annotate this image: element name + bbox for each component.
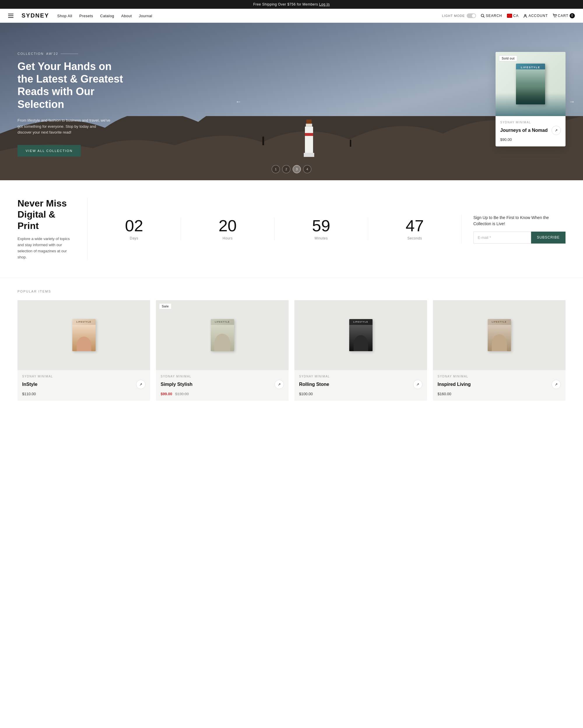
- popular-section: POPULAR ITEMS LIFESTYLE SYDNAY MINIMAL I…: [0, 278, 583, 418]
- magazine-cover-title: LIFESTYLE: [516, 66, 545, 69]
- hero-arrow-right[interactable]: →: [567, 96, 577, 107]
- timer-minutes: 59 Minutes: [275, 217, 368, 240]
- product-price-3: $100.00: [299, 392, 313, 396]
- product-img-4: LIFESTYLE: [433, 300, 565, 370]
- product-card-1: LIFESTYLE SYDNAY MINIMAL InStyle ↗ $110.…: [18, 300, 150, 401]
- hero-section: COLLECTION AW'22 Get Your Hands on the L…: [0, 23, 583, 180]
- product-price-original-2: $130.00: [175, 392, 189, 396]
- hero-arrow-left[interactable]: ←: [233, 96, 244, 107]
- product-card-body-3: SYDNAY MINIMAL Rolling Stone ↗ $100.00: [295, 370, 427, 401]
- product-img-2: Sale LIFESTYLE: [156, 300, 288, 370]
- dot-4[interactable]: 4: [303, 165, 311, 173]
- search-button[interactable]: SEARCH: [481, 14, 502, 18]
- hero-content: COLLECTION AW'22 Get Your Hands on the L…: [18, 52, 128, 157]
- subscribe-button[interactable]: SUBSCRIBE: [531, 232, 565, 243]
- product-brand-3: SYDNAY MINIMAL: [299, 375, 422, 378]
- countdown-heading: Never Miss Digital & Print: [18, 198, 76, 231]
- product-brand: SYDNAY MINIMAL: [500, 121, 561, 124]
- product-img-3: LIFESTYLE: [295, 300, 427, 370]
- hero-description: From lifestyle and fashion to business a…: [18, 118, 111, 136]
- product-name-row-3: Rolling Stone ↗: [299, 380, 422, 389]
- product-brand-1: SYDNAY MINIMAL: [22, 375, 145, 378]
- flag-icon: [507, 14, 512, 18]
- timer-hours-value: 20: [187, 217, 269, 234]
- svg-point-9: [556, 17, 556, 18]
- product-price-1: $110.00: [22, 392, 36, 396]
- svg-line-1: [483, 16, 484, 18]
- dot-3[interactable]: 3: [293, 165, 301, 173]
- nav-presets[interactable]: Presets: [79, 14, 93, 18]
- email-form: SUBSCRIBE: [473, 232, 565, 243]
- product-brand-2: SYDNAY MINIMAL: [161, 375, 284, 378]
- countdown-timer: 02 Days 20 Hours 59 Minutes 47 Seconds: [87, 217, 462, 240]
- account-button[interactable]: ACCOUNT: [523, 14, 548, 18]
- product-name: Journeys of a Nomad: [500, 128, 548, 133]
- product-name-4: Inspired Living: [438, 382, 471, 387]
- timer-hours: 20 Hours: [181, 217, 275, 240]
- hero-title: Get Your Hands on the Latest & Greatest …: [18, 60, 128, 110]
- magazine-4: LIFESTYLE: [488, 319, 511, 351]
- nav-shop-all[interactable]: Shop All: [57, 14, 72, 18]
- countdown-description: Explore a wide variety of topics and sta…: [18, 236, 76, 260]
- product-price-sale-2: $99.00: [161, 392, 172, 396]
- product-1-arrow[interactable]: ↗: [136, 380, 145, 389]
- product-card-image: Sold out LIFESTYLE: [496, 52, 565, 116]
- nav-about[interactable]: About: [121, 14, 132, 18]
- account-label: ACCOUNT: [528, 14, 548, 18]
- email-input[interactable]: [473, 232, 531, 243]
- hamburger-menu[interactable]: [8, 14, 13, 18]
- account-icon: [523, 14, 527, 18]
- product-card-body-1: SYDNAY MINIMAL InStyle ↗ $110.00: [18, 370, 150, 401]
- product-card-info: SYDNAY MINIMAL Journeys of a Nomad ↗ $90…: [496, 116, 565, 147]
- product-arrow-button[interactable]: ↗: [552, 126, 561, 135]
- product-card-2: Sale LIFESTYLE SYDNAY MINIMAL Simply Sty…: [156, 300, 288, 401]
- magazine-1: LIFESTYLE: [72, 319, 95, 351]
- product-card-4: LIFESTYLE SYDNAY MINIMAL Inspired Living…: [433, 300, 565, 401]
- hero-collection-label: COLLECTION AW'22: [18, 52, 128, 55]
- product-3-arrow[interactable]: ↗: [413, 380, 422, 389]
- timer-days-value: 02: [93, 217, 175, 234]
- timer-seconds-value: 47: [374, 217, 455, 234]
- magazine-2: LIFESTYLE: [211, 319, 234, 351]
- lighthouse: [304, 120, 314, 157]
- product-img-1: LIFESTYLE: [18, 300, 150, 370]
- timer-hours-label: Hours: [187, 236, 269, 240]
- timer-days: 02 Days: [87, 217, 181, 240]
- product-4-arrow[interactable]: ↗: [552, 380, 561, 389]
- theme-toggle-switch[interactable]: [467, 14, 476, 18]
- countdown-left: Never Miss Digital & Print Explore a wid…: [18, 198, 87, 260]
- svg-point-0: [481, 14, 483, 17]
- site-logo[interactable]: SYDNEY: [22, 12, 49, 19]
- timer-seconds: 47 Seconds: [368, 217, 462, 240]
- product-name-2: Simply Stylish: [161, 382, 192, 387]
- toggle-knob: [472, 14, 475, 18]
- dot-2[interactable]: 2: [282, 165, 290, 173]
- light-mode-toggle[interactable]: LIGHT MODE: [442, 14, 476, 18]
- figure-2: [350, 140, 351, 147]
- country-code: CA: [513, 14, 519, 18]
- main-nav: Shop All Presets Catalog About Journal: [57, 14, 152, 18]
- header: SYDNEY Shop All Presets Catalog About Jo…: [0, 9, 583, 23]
- section-label: POPULAR ITEMS: [18, 290, 565, 293]
- cart-button[interactable]: CART 0: [553, 13, 575, 18]
- country-selector[interactable]: CA: [507, 14, 519, 18]
- product-card-body-4: SYDNAY MINIMAL Inspired Living ↗ $160.00: [433, 370, 565, 401]
- product-name-row: Journeys of a Nomad ↗: [500, 126, 561, 135]
- nav-journal[interactable]: Journal: [139, 14, 152, 18]
- hero-product-card: Sold out LIFESTYLE SYDNAY MINIMAL Journe…: [496, 52, 565, 147]
- view-all-button[interactable]: VIEW ALL COLLECTION: [18, 145, 81, 157]
- cart-label: CART: [558, 14, 568, 18]
- svg-point-7: [525, 14, 526, 16]
- countdown-right: Sign Up to Be the First to Know When the…: [462, 215, 565, 243]
- nav-catalog[interactable]: Catalog: [100, 14, 114, 18]
- timer-seconds-label: Seconds: [374, 236, 455, 240]
- product-brand-4: SYDNAY MINIMAL: [438, 375, 561, 378]
- product-name-row-4: Inspired Living ↗: [438, 380, 561, 389]
- countdown-section: Never Miss Digital & Print Explore a wid…: [0, 180, 583, 278]
- collection-text: COLLECTION: [18, 52, 44, 55]
- svg-rect-6: [507, 15, 511, 16]
- dot-1[interactable]: 1: [272, 165, 280, 173]
- product-2-arrow[interactable]: ↗: [275, 380, 284, 389]
- banner-login-link[interactable]: Log In: [319, 2, 330, 6]
- magazine-cover-shadow: [496, 93, 565, 116]
